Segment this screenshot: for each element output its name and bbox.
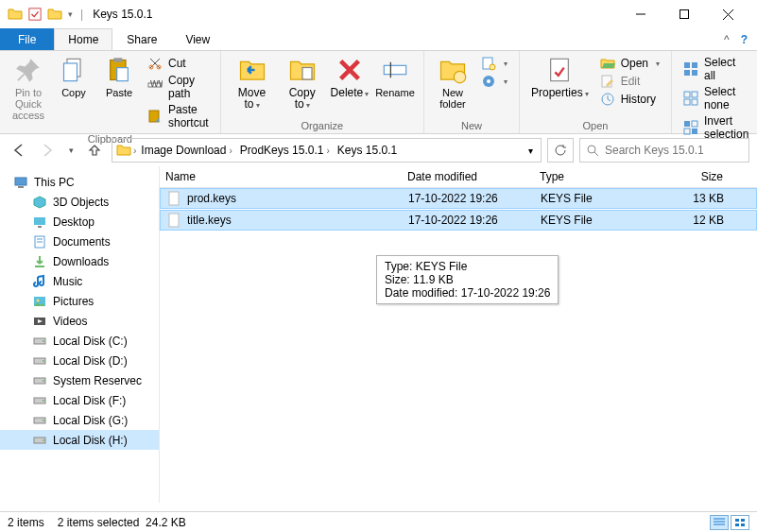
svg-rect-15 xyxy=(302,68,312,80)
minimize-button[interactable] xyxy=(619,0,662,28)
3d-icon xyxy=(32,195,47,210)
cut-button[interactable]: Cut xyxy=(144,55,213,72)
table-row[interactable]: prod.keys17-10-2022 19:26KEYS File13 KB xyxy=(160,188,757,209)
up-button[interactable] xyxy=(83,139,106,162)
tab-home[interactable]: Home xyxy=(54,28,112,50)
paste-shortcut-button[interactable]: Paste shortcut xyxy=(144,102,213,130)
details-view-button[interactable] xyxy=(710,515,729,530)
breadcrumb[interactable]: Keys 15.0.1 xyxy=(335,144,400,157)
open-button[interactable]: Open▾ xyxy=(596,55,663,72)
sidebar-item[interactable]: 3D Objects xyxy=(0,192,159,212)
help-icon[interactable]: ? xyxy=(741,33,748,46)
table-row[interactable]: title.keys17-10-2022 19:26KEYS File12 KB xyxy=(160,210,757,231)
folder-icon xyxy=(116,143,131,158)
sidebar-item[interactable]: System Reservec xyxy=(0,370,159,390)
search-input[interactable] xyxy=(605,144,747,157)
select-all-button[interactable]: Select all xyxy=(680,55,752,83)
sidebar-item[interactable]: Pictures xyxy=(0,291,159,311)
recent-dropdown[interactable]: ▾ xyxy=(64,139,77,162)
svg-point-58 xyxy=(43,400,44,402)
svg-rect-0 xyxy=(29,9,41,20)
sidebar-item-label: Local Disk (G:) xyxy=(53,414,128,427)
forward-button[interactable] xyxy=(36,139,59,162)
back-button[interactable] xyxy=(8,139,30,162)
sidebar-item-label: Music xyxy=(53,275,82,288)
save-icon[interactable] xyxy=(28,8,42,21)
file-type: KEYS File xyxy=(541,192,656,205)
pin-icon xyxy=(13,55,43,85)
tab-share[interactable]: Share xyxy=(112,28,171,50)
col-size[interactable]: Size xyxy=(655,170,723,183)
select-none-button[interactable]: Select none xyxy=(680,84,752,112)
qat-dropdown-icon[interactable]: ▾ xyxy=(68,9,73,19)
select-none-icon xyxy=(683,91,698,106)
downloads-icon xyxy=(32,254,47,269)
move-to-button[interactable]: Move to▾ xyxy=(227,53,278,113)
sidebar-item[interactable]: Local Disk (C:) xyxy=(0,331,159,351)
breadcrumb[interactable]: ProdKeys 15.0.1› xyxy=(237,144,333,157)
chevron-down-icon[interactable]: ▾ xyxy=(528,146,533,156)
svg-rect-68 xyxy=(735,519,739,522)
svg-rect-27 xyxy=(692,62,697,68)
group-organize-label: Organize xyxy=(227,119,418,133)
ribbon-tabs: File Home Share View ^ ? xyxy=(0,28,757,51)
open-icon xyxy=(600,56,615,71)
refresh-button[interactable] xyxy=(547,138,574,163)
sidebar-item[interactable]: Local Disk (D:) xyxy=(0,351,159,370)
svg-rect-9 xyxy=(117,68,129,81)
sidebar-item-label: Downloads xyxy=(53,255,109,268)
copy-to-button[interactable]: Copy to▾ xyxy=(277,53,327,113)
delete-button[interactable]: Delete▾ xyxy=(327,53,372,102)
address-bar[interactable]: › Image Download› ProdKeys 15.0.1› Keys … xyxy=(112,138,542,163)
sidebar-item-label: This PC xyxy=(34,176,75,189)
properties-button[interactable]: Properties▾ xyxy=(525,53,594,102)
tab-file[interactable]: File xyxy=(0,28,54,50)
col-name[interactable]: Name xyxy=(165,170,407,183)
pin-quick-access-button[interactable]: Pin to Quick access xyxy=(6,53,51,123)
rename-button[interactable]: Rename xyxy=(372,53,418,100)
sidebar-item-label: Videos xyxy=(53,315,87,328)
svg-rect-28 xyxy=(684,70,690,76)
svg-rect-63 xyxy=(169,192,179,205)
sidebar-item[interactable]: Videos xyxy=(0,311,159,331)
sidebar-item[interactable]: Downloads xyxy=(0,251,159,271)
file-name: prod.keys xyxy=(187,192,408,205)
history-button[interactable]: History xyxy=(596,91,663,108)
sidebar-item[interactable]: This PC xyxy=(0,172,159,192)
new-folder-button[interactable]: New folder xyxy=(430,53,475,112)
sidebar-item[interactable]: Music xyxy=(0,271,159,291)
copy-button[interactable]: Copy xyxy=(51,53,96,100)
sidebar-item[interactable]: Documents xyxy=(0,232,159,251)
new-item-button[interactable]: ▾ xyxy=(477,55,511,72)
edit-button[interactable]: Edit xyxy=(596,73,663,90)
column-headers[interactable]: Name Date modified Type Size xyxy=(160,166,757,188)
breadcrumb[interactable]: Image Download› xyxy=(138,144,234,157)
svg-rect-8 xyxy=(113,58,122,62)
easy-access-button[interactable]: ▾ xyxy=(477,73,511,90)
close-button[interactable] xyxy=(706,0,749,28)
svg-point-38 xyxy=(588,146,595,153)
collapse-ribbon-icon[interactable]: ^ xyxy=(724,33,730,46)
sidebar-item[interactable]: Desktop xyxy=(0,212,159,232)
svg-rect-30 xyxy=(684,92,690,97)
copy-path-button[interactable]: wwwCopy path xyxy=(144,73,213,101)
sidebar-item[interactable]: Local Disk (G:) xyxy=(0,410,159,430)
sidebar-item[interactable]: Local Disk (H:) xyxy=(0,430,159,450)
paste-button[interactable]: Paste xyxy=(96,53,142,100)
col-date[interactable]: Date modified xyxy=(407,170,540,183)
sidebar-item-label: System Reservec xyxy=(53,374,142,387)
sidebar-item[interactable]: Local Disk (F:) xyxy=(0,390,159,410)
maximize-button[interactable] xyxy=(662,0,706,28)
col-type[interactable]: Type xyxy=(540,170,655,183)
sidebar-item-label: Documents xyxy=(53,235,111,249)
search-box[interactable] xyxy=(579,138,749,163)
cut-icon xyxy=(147,56,163,71)
title-bar: ▾ | Keys 15.0.1 xyxy=(0,0,757,28)
icons-view-button[interactable] xyxy=(731,515,749,530)
tab-view[interactable]: View xyxy=(171,28,224,50)
svg-point-52 xyxy=(43,340,44,342)
window-title: Keys 15.0.1 xyxy=(93,8,152,21)
file-name: title.keys xyxy=(187,214,408,227)
svg-rect-16 xyxy=(384,65,405,74)
svg-point-49 xyxy=(37,299,40,301)
